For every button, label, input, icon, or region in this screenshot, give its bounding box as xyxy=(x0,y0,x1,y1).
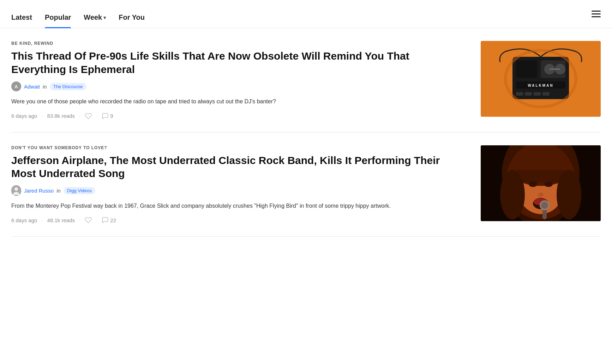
nav-label-latest: Latest xyxy=(11,13,32,22)
article-timestamp: 6 days ago xyxy=(11,217,37,223)
avatar-initial xyxy=(11,185,21,196)
article-category: DON'T YOU WANT SOMEBODY TO LOVE? xyxy=(11,145,467,150)
article-meta: Jared Russo in Digg Videos xyxy=(11,186,467,196)
article-thumbnail[interactable] xyxy=(481,145,601,221)
hamburger-line-3 xyxy=(592,16,601,17)
article-category: BE KIND, REWIND xyxy=(11,41,467,46)
hamburger-line-1 xyxy=(592,11,601,12)
nav-label-popular: Popular xyxy=(45,13,71,22)
navigation: Latest Popular Week ▾ For You xyxy=(0,0,612,28)
article-tag[interactable]: The Discourse xyxy=(50,83,86,90)
author-link[interactable]: Adwait xyxy=(24,84,40,90)
comment-count: 22 xyxy=(110,217,116,223)
comment-button[interactable]: 22 xyxy=(102,217,116,224)
in-text: in xyxy=(43,84,47,90)
svg-rect-8 xyxy=(516,92,523,96)
article-title[interactable]: This Thread Of Pre-90s Life Skills That … xyxy=(11,49,467,76)
svg-text:WALKMAN: WALKMAN xyxy=(528,84,553,87)
svg-point-31 xyxy=(557,170,581,219)
user-avatar-icon xyxy=(11,185,21,195)
main-content: BE KIND, REWIND This Thread Of Pre-90s L… xyxy=(0,28,612,237)
comment-button[interactable]: 9 xyxy=(102,113,113,120)
like-button[interactable] xyxy=(85,217,92,224)
in-text: in xyxy=(56,188,61,194)
article-meta: A Adwait in The Discourse xyxy=(11,81,467,91)
like-button[interactable] xyxy=(85,113,92,120)
svg-point-14 xyxy=(14,187,18,191)
dot-separator: · xyxy=(41,217,43,223)
avatar: A xyxy=(11,81,21,91)
article-item: BE KIND, REWIND This Thread Of Pre-90s L… xyxy=(11,28,601,133)
nav-item-popular[interactable]: Popular xyxy=(45,13,71,28)
article-tag[interactable]: Digg Videos xyxy=(64,187,95,194)
article-reads: 48.1k reads xyxy=(47,217,75,223)
article-excerpt: Were you one of those people who recorde… xyxy=(11,97,467,106)
nav-label-for-you: For You xyxy=(119,13,145,22)
chevron-down-icon: ▾ xyxy=(103,15,106,20)
dot-separator: · xyxy=(79,217,80,223)
svg-rect-1 xyxy=(516,60,537,78)
article-item: DON'T YOU WANT SOMEBODY TO LOVE? Jeffers… xyxy=(11,133,601,237)
hamburger-menu-button[interactable] xyxy=(592,11,601,17)
article-thumbnail[interactable]: WALKMAN xyxy=(481,41,601,117)
thumb-orange-bg: WALKMAN xyxy=(481,41,601,117)
article-stats: 6 days ago · 83.8k reads · · 9 xyxy=(11,113,467,120)
comment-icon xyxy=(102,113,109,120)
article-content: DON'T YOU WANT SOMEBODY TO LOVE? Jeffers… xyxy=(11,145,467,224)
comment-count: 9 xyxy=(110,113,113,119)
dot-separator: · xyxy=(79,113,80,119)
article-timestamp: 6 days ago xyxy=(11,113,37,119)
dot-separator: · xyxy=(96,113,97,119)
nav-item-latest[interactable]: Latest xyxy=(11,13,32,28)
walkman-image: WALKMAN xyxy=(484,41,597,117)
avatar-initial: A xyxy=(14,84,18,89)
comment-icon xyxy=(102,217,109,224)
hamburger-line-2 xyxy=(592,13,601,14)
nav-label-week: Week xyxy=(84,13,102,22)
dot-separator: · xyxy=(41,113,43,119)
heart-icon xyxy=(85,113,92,120)
article-reads: 83.8k reads xyxy=(47,113,75,119)
nav-item-for-you[interactable]: For You xyxy=(119,13,145,28)
svg-rect-9 xyxy=(525,92,532,96)
heart-icon xyxy=(85,217,92,224)
nav-items: Latest Popular Week ▾ For You xyxy=(11,0,145,28)
dot-separator: · xyxy=(96,217,97,223)
article-excerpt: From the Monterey Pop Festival way back … xyxy=(11,201,467,211)
author-link[interactable]: Jared Russo xyxy=(24,188,54,194)
thumb-dark-bg xyxy=(481,145,601,221)
article-content: BE KIND, REWIND This Thread Of Pre-90s L… xyxy=(11,41,467,120)
svg-rect-11 xyxy=(542,92,550,96)
nav-item-week[interactable]: Week ▾ xyxy=(84,13,106,28)
svg-point-30 xyxy=(500,170,525,219)
svg-rect-10 xyxy=(534,92,541,96)
singer-image xyxy=(481,145,601,221)
avatar xyxy=(11,186,21,196)
article-stats: 6 days ago · 48.1k reads · · 22 xyxy=(11,217,467,224)
article-title[interactable]: Jefferson Airplane, The Most Underrated … xyxy=(11,154,467,180)
